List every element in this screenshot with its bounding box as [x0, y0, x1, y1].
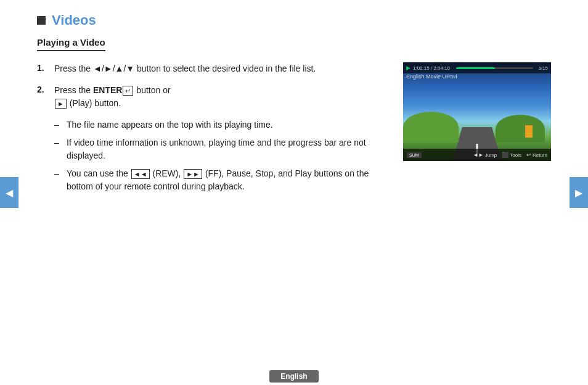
- bullet-1-text: The file name appears on the top with it…: [67, 118, 273, 131]
- bullet-1: – The file name appears on the top with …: [54, 118, 391, 131]
- bottom-bar: English: [0, 368, 588, 385]
- enter-key-icon: ↵: [123, 86, 133, 96]
- page-header: Videos: [37, 12, 551, 28]
- play-key-icon: ►: [55, 99, 67, 109]
- video-screen: ▶ 1:02:15 / 2:04:10 3/15 English Movie U…: [403, 62, 551, 161]
- return-icon: ↩: [526, 152, 531, 158]
- return-label: Return: [533, 152, 547, 158]
- step-1: 1. Press the ◄/►/▲/▼ button to select th…: [37, 62, 391, 75]
- video-preview: ▶ 1:02:15 / 2:04:10 3/15 English Movie U…: [403, 62, 551, 198]
- bullet-2-dash: –: [54, 136, 64, 149]
- bullet-3: – You can use the ◄◄ (REW), ►► (FF), Pau…: [54, 167, 391, 193]
- bullet-list: – The file name appears on the top with …: [54, 118, 391, 193]
- tools-control: ⬛ Tools: [502, 152, 521, 158]
- video-bottom-bar: SUM ◄► Jump ⬛ Tools ↩ Return: [403, 149, 551, 161]
- ff-icon: ►►: [184, 169, 202, 179]
- hill-right: [496, 115, 545, 143]
- hill-left: [403, 112, 459, 143]
- jump-control: ◄► Jump: [473, 152, 497, 158]
- page-container: Videos Playing a Video 1. Press the ◄/►/…: [0, 0, 588, 385]
- step-1-text: Press the ◄/►/▲/▼ button to select the d…: [54, 62, 316, 75]
- video-bottom-controls: ◄► Jump ⬛ Tools ↩ Return: [473, 152, 547, 158]
- video-top-bar: ▶ 1:02:15 / 2:04:10 3/15: [403, 62, 551, 73]
- rew-icon: ◄◄: [131, 169, 150, 179]
- nav-arrow-right[interactable]: [570, 177, 588, 208]
- step-2-text: Press the ENTER↵ button or ► (Play) butt…: [54, 84, 171, 110]
- step-2: 2. Press the ENTER↵ button or ► (Play) b…: [37, 84, 391, 110]
- tools-icon: ⬛: [502, 152, 508, 158]
- video-time-current: 1:02:15 / 2:04:10: [413, 65, 451, 71]
- jump-label: Jump: [485, 152, 497, 158]
- section-title: Playing a Video: [37, 37, 105, 51]
- bullet-2: – If video time information is unknown, …: [54, 136, 391, 162]
- video-play-indicator: ▶: [406, 65, 410, 71]
- bullet-2-text: If video time information is unknown, pl…: [67, 136, 391, 162]
- bullet-1-dash: –: [54, 118, 64, 131]
- instructions: 1. Press the ◄/►/▲/▼ button to select th…: [37, 62, 391, 198]
- page-title: Videos: [52, 12, 96, 28]
- road-sign: [525, 125, 533, 138]
- header-square-icon: [37, 16, 46, 25]
- language-badge: English: [269, 370, 318, 383]
- step-2-number: 2.: [37, 84, 54, 110]
- sum-badge: SUM: [407, 152, 422, 158]
- bullet-3-text: You can use the ◄◄ (REW), ►► (FF), Pause…: [67, 167, 391, 193]
- video-progress-bar: [456, 67, 533, 69]
- tools-label: Tools: [510, 152, 521, 158]
- video-page-number: 3/15: [538, 65, 548, 71]
- video-subtitle: English Movie UPavi: [406, 73, 457, 80]
- step-1-number: 1.: [37, 62, 54, 75]
- enter-key-label: ENTER: [93, 85, 122, 95]
- content-area: 1. Press the ◄/►/▲/▼ button to select th…: [37, 62, 551, 198]
- jump-icon: ◄►: [473, 152, 484, 158]
- bullet-3-dash: –: [54, 167, 64, 180]
- nav-arrow-left[interactable]: [0, 177, 18, 208]
- return-control: ↩ Return: [526, 152, 547, 158]
- video-progress-fill: [456, 67, 494, 69]
